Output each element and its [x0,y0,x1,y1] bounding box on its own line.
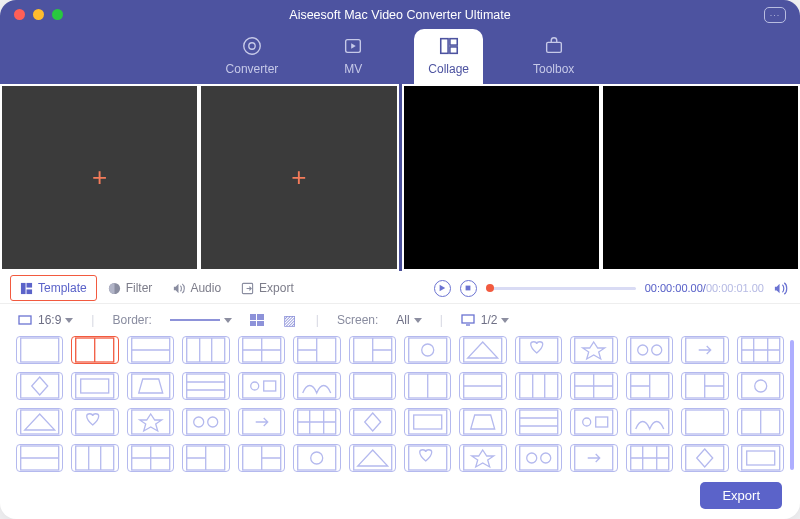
template-thumb[interactable] [681,444,728,472]
template-thumb[interactable] [404,408,451,436]
template-thumb[interactable] [459,336,506,364]
template-thumb[interactable] [349,444,396,472]
svg-point-1 [249,43,255,49]
app-window: Aiseesoft Mac Video Converter Ultimate ·… [0,0,800,519]
svg-rect-48 [81,379,109,393]
aspect-ratio-select[interactable]: 16:9 [18,313,73,327]
template-thumb[interactable] [737,444,784,472]
template-thumb[interactable] [570,372,617,400]
template-grid-wrap [0,334,800,476]
template-thumb[interactable] [182,444,229,472]
nav-toolbox[interactable]: Toolbox [519,29,588,84]
border-hatch-button[interactable]: ▨ [282,312,298,328]
template-thumb[interactable] [16,372,63,400]
template-thumb[interactable] [16,336,63,364]
template-thumb[interactable] [459,372,506,400]
template-thumb[interactable] [71,444,118,472]
template-thumb[interactable] [238,336,285,364]
template-thumb[interactable] [238,408,285,436]
svg-rect-58 [353,374,391,398]
subtab-audio[interactable]: Audio [163,276,230,300]
svg-rect-11 [466,286,471,291]
template-thumb[interactable] [459,408,506,436]
svg-rect-81 [187,410,225,434]
template-thumb[interactable] [349,336,396,364]
subtab-export[interactable]: Export [232,276,303,300]
template-thumb[interactable] [127,444,174,472]
footer: Export [0,476,800,519]
subtab-filter[interactable]: Filter [99,276,162,300]
template-thumb[interactable] [681,408,728,436]
template-thumb[interactable] [626,444,673,472]
template-thumb[interactable] [182,336,229,364]
template-thumb[interactable] [459,444,506,472]
border-style-select[interactable] [170,318,232,323]
template-thumb[interactable] [626,336,673,364]
template-thumb[interactable] [626,408,673,436]
template-thumb[interactable] [570,444,617,472]
svg-rect-49 [132,374,170,398]
template-thumb[interactable] [681,372,728,400]
svg-marker-124 [472,450,494,467]
template-thumb[interactable] [293,444,340,472]
app-title: Aiseesoft Mac Video Converter Ultimate [0,8,800,22]
template-thumb[interactable] [71,336,118,364]
monitor-icon [461,313,475,327]
template-thumb[interactable] [737,336,784,364]
template-thumb[interactable] [626,372,673,400]
stop-button[interactable] [460,280,477,297]
drop-cell-1[interactable]: + [2,86,197,269]
template-thumb[interactable] [16,408,63,436]
drop-cell-2[interactable]: + [201,86,396,269]
nav-collage[interactable]: Collage [414,29,483,84]
svg-rect-5 [450,47,457,53]
play-button[interactable] [434,280,451,297]
border-color-button[interactable] [250,314,264,326]
svg-rect-3 [440,39,447,54]
aspect-value: 16:9 [38,313,61,327]
layer-select[interactable]: 1/2 [461,313,510,327]
screen-select[interactable]: All [396,313,421,327]
template-thumb[interactable] [404,444,451,472]
volume-button[interactable] [773,281,788,296]
plus-icon: + [92,162,107,193]
template-thumb[interactable] [515,336,562,364]
template-thumb[interactable] [404,336,451,364]
collage-icon [438,35,460,57]
template-thumb[interactable] [293,372,340,400]
template-thumb[interactable] [182,408,229,436]
template-thumb[interactable] [349,372,396,400]
nav-converter[interactable]: Converter [212,29,293,84]
chevron-down-icon [414,318,422,323]
subtab-template[interactable]: Template [10,275,97,301]
template-thumb[interactable] [570,336,617,364]
template-thumb[interactable] [238,372,285,400]
template-thumb[interactable] [71,372,118,400]
template-thumb[interactable] [127,408,174,436]
templates-scrollbar[interactable] [790,340,794,470]
svg-rect-31 [409,338,447,362]
template-thumb[interactable] [737,408,784,436]
template-thumb[interactable] [16,444,63,472]
template-thumb[interactable] [349,408,396,436]
export-button[interactable]: Export [700,482,782,509]
time-display: 00:00:00.00/00:00:01.00 [645,282,764,294]
template-thumb[interactable] [515,408,562,436]
template-thumb[interactable] [404,372,451,400]
svg-rect-56 [263,381,275,391]
seek-bar[interactable] [486,287,636,290]
template-thumb[interactable] [127,336,174,364]
template-thumb[interactable] [293,408,340,436]
template-thumb[interactable] [127,372,174,400]
template-thumb[interactable] [681,336,728,364]
template-thumb[interactable] [515,372,562,400]
template-thumb[interactable] [570,408,617,436]
template-thumb[interactable] [71,408,118,436]
editor-preview-pane [402,84,801,271]
template-thumb[interactable] [737,372,784,400]
template-thumb[interactable] [293,336,340,364]
nav-mv[interactable]: MV [328,29,378,84]
template-thumb[interactable] [238,444,285,472]
template-thumb[interactable] [182,372,229,400]
template-thumb[interactable] [515,444,562,472]
